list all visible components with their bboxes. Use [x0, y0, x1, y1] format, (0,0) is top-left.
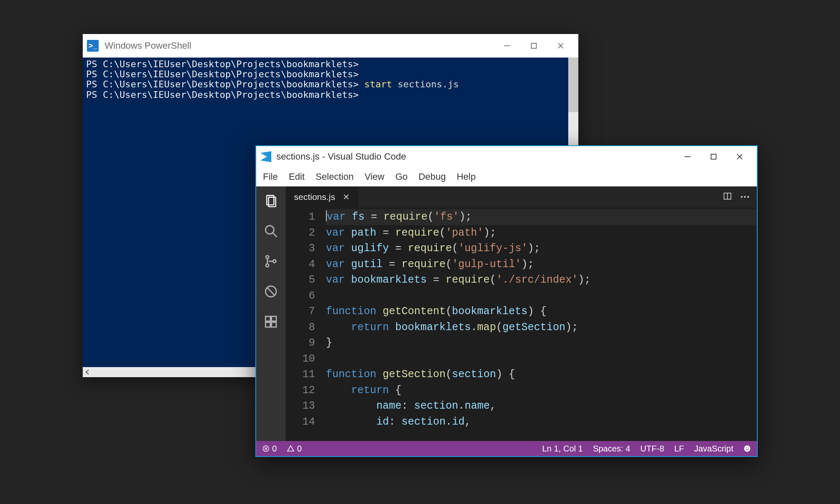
code-line[interactable]: id: section.id,	[326, 414, 757, 430]
code-content[interactable]: var fs = require('fs');var path = requir…	[326, 207, 757, 441]
vscode-logo-icon	[260, 151, 271, 162]
svg-point-29	[748, 447, 749, 448]
editor-actions: •••	[716, 186, 757, 207]
minimize-button[interactable]	[494, 34, 520, 58]
scrollbar-thumb[interactable]	[568, 58, 578, 112]
menu-edit[interactable]: Edit	[289, 171, 304, 182]
menu-help[interactable]: Help	[457, 171, 475, 182]
line-number: 5	[286, 272, 326, 288]
powershell-titlebar[interactable]: >_ Windows PowerShell	[83, 34, 578, 58]
terminal-line: PS C:\Users\IEUser\Desktop\Projects\book…	[86, 90, 575, 100]
split-editor-icon[interactable]	[723, 192, 732, 202]
code-line[interactable]: var path = require('path');	[326, 225, 757, 241]
status-indentation[interactable]: Spaces: 4	[593, 444, 630, 454]
terminal-line: PS C:\Users\IEUser\Desktop\Projects\book…	[86, 59, 575, 69]
code-line[interactable]: var uglify = require('uglify-js');	[326, 241, 757, 257]
menu-go[interactable]: Go	[395, 171, 407, 182]
scroll-left-icon[interactable]	[84, 369, 90, 375]
svg-line-11	[273, 233, 277, 237]
vscode-title: sections.js - Visual Studio Code	[276, 151, 675, 162]
code-line[interactable]: var bookmarklets = require('./src/index'…	[326, 272, 757, 288]
code-line[interactable]: function getContent(bookmarklets) {	[326, 304, 757, 320]
terminal-line: PS C:\Users\IEUser\Desktop\Projects\book…	[86, 79, 575, 89]
terminal-line: PS C:\Users\IEUser\Desktop\Projects\book…	[86, 69, 575, 79]
editor-scrollbar[interactable]	[748, 207, 757, 441]
line-number: 8	[286, 320, 326, 336]
line-number: 14	[286, 414, 326, 430]
svg-point-10	[265, 226, 274, 234]
code-line[interactable]: function getSection(section) {	[326, 367, 757, 383]
status-cursor-position[interactable]: Ln 1, Col 1	[542, 444, 583, 454]
status-encoding[interactable]: UTF-8	[640, 444, 664, 454]
more-actions-icon[interactable]: •••	[740, 193, 750, 201]
status-bar: 0 0 Ln 1, Col 1 Spaces: 4 UTF-8 LF JavaS…	[256, 441, 757, 456]
svg-line-16	[267, 287, 275, 296]
close-button[interactable]	[727, 146, 753, 167]
line-number: 9	[286, 335, 326, 351]
activity-bar	[256, 186, 286, 441]
code-line[interactable]: name: section.name,	[326, 398, 757, 414]
status-warnings[interactable]: 0	[287, 444, 302, 454]
svg-point-28	[746, 447, 746, 448]
code-line[interactable]: var gutil = require('gulp-util');	[326, 257, 757, 273]
tab-label: sections.js	[294, 192, 335, 202]
svg-rect-19	[265, 322, 270, 327]
vscode-titlebar[interactable]: sections.js - Visual Studio Code	[256, 146, 757, 167]
code-line[interactable]	[326, 288, 757, 304]
line-number: 13	[286, 398, 326, 414]
close-icon[interactable]: ✕	[343, 192, 350, 202]
menu-file[interactable]: File	[263, 171, 278, 182]
maximize-button[interactable]	[520, 34, 547, 58]
powershell-title: Windows PowerShell	[105, 40, 494, 51]
tab-sections-js[interactable]: sections.js ✕	[286, 186, 359, 207]
line-number: 1	[286, 209, 326, 225]
status-feedback-icon[interactable]	[743, 445, 751, 452]
vscode-window: sections.js - Visual Studio Code FileEdi…	[255, 145, 758, 457]
line-number: 7	[286, 304, 326, 320]
menu-view[interactable]: View	[365, 171, 384, 182]
status-language[interactable]: JavaScript	[694, 444, 733, 454]
line-number-gutter: 1234567891011121314	[286, 207, 326, 441]
explorer-icon[interactable]	[263, 193, 278, 208]
svg-point-14	[273, 260, 276, 262]
svg-marker-26	[288, 446, 294, 451]
svg-point-27	[744, 446, 751, 452]
code-line[interactable]: var fs = require('fs');	[326, 209, 757, 225]
line-number: 3	[286, 241, 326, 257]
vscode-body: sections.js ✕ ••• 1234567891011121314 va…	[256, 186, 757, 441]
svg-rect-17	[265, 316, 270, 321]
code-line[interactable]: }	[326, 335, 757, 351]
line-number: 12	[286, 383, 326, 399]
extensions-icon[interactable]	[263, 314, 278, 329]
svg-rect-1	[531, 43, 536, 48]
tab-bar: sections.js ✕ •••	[286, 186, 757, 207]
code-line[interactable]: return bookmarklets.map(getSection);	[326, 320, 757, 336]
svg-point-13	[266, 264, 269, 267]
svg-point-12	[266, 256, 269, 259]
svg-rect-20	[271, 322, 276, 327]
source-control-icon[interactable]	[263, 254, 278, 269]
code-line[interactable]	[326, 351, 757, 367]
code-editor[interactable]: 1234567891011121314 var fs = require('fs…	[286, 207, 757, 441]
powershell-icon: >_	[87, 40, 99, 52]
line-number: 2	[286, 225, 326, 241]
line-number: 11	[286, 367, 326, 383]
vscode-menubar: FileEditSelectionViewGoDebugHelp	[256, 167, 757, 186]
editor-area: sections.js ✕ ••• 1234567891011121314 va…	[286, 186, 757, 441]
search-icon[interactable]	[263, 223, 278, 239]
line-number: 4	[286, 257, 326, 273]
menu-selection[interactable]: Selection	[315, 171, 354, 182]
close-button[interactable]	[547, 34, 574, 58]
status-eol[interactable]: LF	[674, 444, 684, 454]
svg-rect-18	[271, 316, 276, 321]
code-line[interactable]: return {	[326, 383, 757, 399]
menu-debug[interactable]: Debug	[419, 171, 446, 182]
minimize-button[interactable]	[675, 146, 701, 167]
svg-rect-5	[711, 154, 716, 159]
debug-icon[interactable]	[263, 284, 278, 299]
line-number: 10	[286, 351, 326, 367]
line-number: 6	[286, 288, 326, 304]
maximize-button[interactable]	[701, 146, 727, 167]
status-errors[interactable]: 0	[262, 444, 277, 454]
